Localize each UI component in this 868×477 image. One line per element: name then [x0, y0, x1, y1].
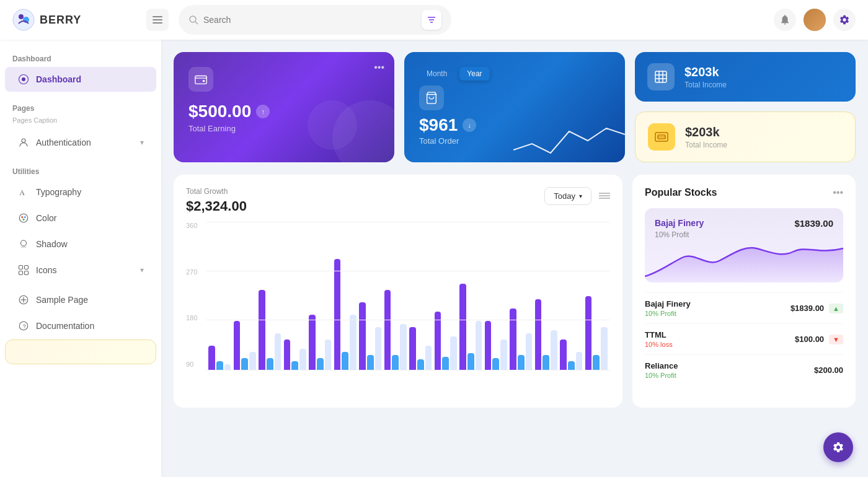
- svg-point-15: [19, 214, 28, 222]
- stock-ttml-badge: ▼: [829, 335, 843, 344]
- filter-button[interactable]: [422, 10, 441, 30]
- sidebar-item-typography[interactable]: A Typography: [5, 180, 156, 204]
- income-blue-label: Total Income: [684, 81, 727, 89]
- svg-rect-3: [153, 16, 162, 17]
- stocks-menu[interactable]: •••: [833, 187, 843, 198]
- sidebar-section-utilities: Utilities: [0, 162, 161, 178]
- toggle-month[interactable]: Month: [419, 67, 454, 81]
- svg-point-18: [23, 219, 25, 221]
- sidebar-item-authentication[interactable]: Authentication ▾: [5, 130, 156, 155]
- sidebar-section-pages: Pages: [0, 99, 161, 115]
- sidebar-item-icons[interactable]: Icons ▾: [5, 258, 156, 282]
- chart-title-area: Total Growth $2,324.00: [186, 187, 247, 214]
- main-layout: Dashboard Dashboard Pages Pages Caption …: [0, 40, 868, 477]
- search-input[interactable]: [203, 15, 417, 25]
- stock-reliance-profit: 10% Profit: [645, 372, 678, 379]
- bar-group-9: [409, 327, 432, 370]
- income-yellow-info: $203k Total Income: [685, 125, 727, 149]
- svg-point-17: [24, 216, 26, 218]
- sidebar-pages-caption: Pages Caption: [0, 115, 161, 129]
- svg-rect-33: [655, 71, 666, 82]
- income-yellow-icon: [648, 123, 675, 151]
- earning-card-icon: [188, 67, 213, 92]
- stock-bajaj-info: Bajaj Finery 10% Profit: [645, 299, 691, 317]
- chart-amount: $2,324.00: [186, 198, 247, 214]
- sidebar-item-dashboard[interactable]: Dashboard: [5, 67, 156, 92]
- income-yellow-label: Total Income: [685, 141, 727, 149]
- avatar[interactable]: [804, 9, 826, 31]
- svg-text:A: A: [19, 188, 25, 197]
- chart-header: Total Growth $2,324.00 Today ▾: [186, 187, 610, 214]
- sidebar-item-shadow[interactable]: Shadow: [5, 232, 156, 256]
- card-income-blue: $203k Total Income: [635, 52, 856, 102]
- stock-bajaj-price: $1839.00: [790, 304, 824, 313]
- stock-ttml-profit: 10% loss: [645, 341, 673, 348]
- chart-menu-button[interactable]: [599, 191, 610, 202]
- order-badge: ↓: [463, 118, 476, 132]
- chart-card: Total Growth $2,324.00 Today ▾: [174, 175, 622, 408]
- svg-rect-21: [19, 266, 23, 269]
- stocks-header: Popular Stocks •••: [645, 187, 843, 198]
- bar-group-16: [585, 296, 608, 370]
- bar-group-6: [334, 259, 357, 370]
- income-blue-info: $203k Total Income: [684, 65, 727, 89]
- svg-point-6: [190, 16, 196, 22]
- order-card-icon: [419, 85, 444, 110]
- bag-icon: [425, 91, 438, 105]
- filter-icon: [427, 15, 436, 24]
- avatar-image: [804, 9, 826, 31]
- stock-area-chart: [645, 233, 843, 282]
- icons-chevron: ▾: [140, 266, 144, 274]
- settings-button[interactable]: [833, 9, 856, 31]
- stocks-title: Popular Stocks: [645, 187, 717, 198]
- bar-group-14: [535, 299, 558, 370]
- stock-ttml-name: TTML: [645, 330, 673, 339]
- stock-featured-name: Bajaj Finery: [655, 218, 704, 228]
- search-icon: [188, 15, 198, 25]
- cashier-icon: [654, 129, 669, 144]
- bell-icon: [779, 14, 790, 25]
- stock-bajaj-right: $1839.00 ▲: [790, 304, 843, 313]
- bar-group-8: [384, 290, 407, 370]
- svg-point-31: [203, 80, 205, 82]
- table-icon: [653, 69, 668, 84]
- bar-group-11: [459, 284, 482, 370]
- sidebar-item-color[interactable]: Color: [5, 206, 156, 230]
- y-axis-labels: 360 270 180 90: [186, 222, 206, 370]
- sparkline-chart: [513, 113, 625, 162]
- topbar-right: [774, 9, 856, 31]
- card-earning-menu[interactable]: •••: [374, 62, 384, 73]
- notification-button[interactable]: [774, 9, 796, 31]
- sample-icon: [17, 294, 30, 306]
- income-yellow-amount: $203k: [685, 125, 727, 139]
- auth-icon: [17, 136, 30, 149]
- svg-point-1: [19, 14, 24, 19]
- earning-badge: ↑: [256, 105, 270, 118]
- bar-group-12: [485, 321, 508, 370]
- color-label: Color: [36, 213, 56, 223]
- stocks-card: Popular Stocks ••• Bajaj Finery 10% Prof…: [632, 175, 856, 408]
- svg-rect-23: [19, 271, 23, 275]
- chart-area: 360 270 180 90: [186, 222, 610, 395]
- svg-point-19: [21, 240, 27, 246]
- bar-group-13: [510, 309, 533, 370]
- sidebar-item-docs[interactable]: ? Documentation: [5, 313, 156, 338]
- sample-label: Sample Page: [36, 295, 88, 305]
- sidebar-item-sample[interactable]: Sample Page: [5, 287, 156, 312]
- stock-bajaj-profit: 10% Profit: [645, 310, 691, 317]
- hamburger-icon: [153, 16, 162, 24]
- card-earning: ••• $500.00 ↑ Total Earning: [174, 52, 394, 162]
- icons-icon: [17, 264, 30, 276]
- fab-settings-button[interactable]: [823, 432, 853, 462]
- bar-group-2: [234, 321, 257, 370]
- bar-group-7: [359, 302, 382, 370]
- menu-button[interactable]: [146, 9, 169, 31]
- stock-reliance-price: $200.00: [814, 365, 843, 375]
- svg-point-20: [21, 246, 27, 248]
- dashboard-label: Dashboard: [36, 74, 81, 84]
- bar-group-15: [560, 339, 583, 370]
- order-toggle-row: Month Year: [419, 67, 610, 81]
- today-button[interactable]: Today ▾: [544, 187, 591, 205]
- svg-point-13: [22, 139, 25, 142]
- toggle-year[interactable]: Year: [459, 67, 489, 81]
